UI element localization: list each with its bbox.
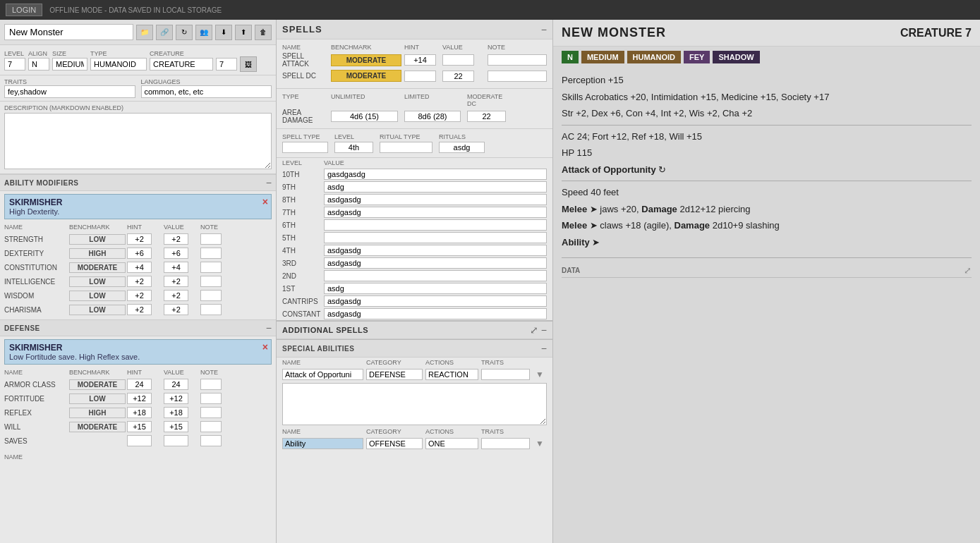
size-input[interactable] [52, 58, 87, 71]
defense-benchmark-0[interactable]: MODERATE [69, 379, 126, 390]
ability-benchmark-3[interactable]: LOW [69, 276, 126, 287]
ability-benchmark-5[interactable]: LOW [69, 305, 126, 315]
ability-note-0[interactable] [200, 233, 222, 245]
ability-modifiers-minimize[interactable]: − [266, 178, 272, 188]
spell-attack-note[interactable] [488, 54, 547, 66]
ability-value-0[interactable] [164, 233, 188, 245]
defense-value-2[interactable] [164, 407, 188, 418]
ability-benchmark-0[interactable]: LOW [69, 234, 126, 245]
level-input-7[interactable] [324, 257, 547, 269]
ability-benchmark-4[interactable]: LOW [69, 291, 126, 301]
icon-btn-refresh[interactable]: ↻ [176, 25, 193, 40]
ability-note-1[interactable] [200, 248, 222, 259]
spells-minimize[interactable]: − [541, 25, 547, 35]
ability-value-1[interactable] [164, 248, 188, 259]
defense-note-2[interactable] [200, 407, 222, 418]
icon-btn-folder[interactable]: 📁 [136, 25, 153, 40]
defense-minimize[interactable]: − [266, 323, 272, 333]
level-input-8[interactable] [324, 270, 547, 281]
creature-level-input[interactable] [216, 58, 237, 71]
limited-input[interactable] [404, 111, 461, 122]
skirmisher-close-2[interactable]: × [262, 341, 268, 353]
sa-desc-1[interactable] [282, 383, 547, 425]
defense-hint-3[interactable] [127, 421, 152, 432]
defense-value-3[interactable] [164, 421, 188, 432]
ability-benchmark-1[interactable]: HIGH [69, 248, 126, 259]
ability-value-2[interactable] [164, 262, 188, 273]
level-input-6[interactable] [324, 245, 547, 256]
ability-note-2[interactable] [200, 262, 222, 273]
level-input[interactable] [4, 58, 25, 71]
tag-humanoid[interactable]: HUMANOID [627, 51, 682, 63]
sa-expand-2[interactable]: ▼ [533, 439, 547, 449]
sa-actions-1[interactable] [425, 369, 478, 380]
sa-traits-1[interactable] [481, 369, 530, 380]
level-input-11[interactable] [324, 308, 547, 319]
ability-note-3[interactable] [200, 276, 222, 287]
icon-btn-link[interactable]: 🔗 [156, 25, 173, 40]
creature-icon-btn[interactable]: 🖼 [240, 56, 257, 72]
additional-spells-minimize[interactable]: − [541, 325, 547, 335]
spell-dc-benchmark[interactable]: MODERATE [331, 70, 401, 82]
tag-n[interactable]: N [562, 51, 579, 63]
special-abilities-minimize[interactable]: − [541, 343, 547, 353]
tag-medium[interactable]: MEDIUM [581, 51, 624, 63]
ability-hint-1[interactable] [127, 248, 152, 259]
languages-input[interactable] [141, 85, 272, 98]
defense-hint-2[interactable] [127, 407, 152, 418]
creature-input[interactable] [150, 58, 213, 71]
ability-note-5[interactable] [200, 304, 222, 315]
ability-hint-3[interactable] [127, 276, 152, 287]
defense-note-3[interactable] [200, 421, 222, 432]
sa-name-2[interactable] [282, 438, 363, 449]
icon-btn-users[interactable]: 👥 [195, 25, 212, 40]
ability-hint-4[interactable] [127, 290, 152, 301]
sa-traits-2[interactable] [481, 438, 530, 449]
ability-hint-0[interactable] [127, 233, 152, 245]
spell-attack-value[interactable] [442, 54, 474, 66]
skirmisher-close-1[interactable]: × [262, 196, 268, 207]
defense-note-4[interactable] [200, 435, 222, 446]
defense-value-0[interactable] [164, 379, 188, 390]
defense-hint-4[interactable] [127, 435, 152, 446]
level-input-9[interactable] [324, 283, 547, 294]
icon-btn-upload[interactable]: ⬆ [235, 25, 252, 40]
defense-benchmark-1[interactable]: LOW [69, 393, 126, 404]
align-input[interactable] [28, 58, 49, 71]
additional-spells-expand[interactable]: ⤢ [530, 325, 538, 335]
sa-category-2[interactable] [366, 438, 423, 449]
level-input-10[interactable] [324, 295, 547, 307]
spell-attack-benchmark[interactable]: MODERATE [331, 54, 401, 66]
defense-hint-0[interactable] [127, 379, 152, 390]
traits-input[interactable] [4, 85, 135, 98]
ability-value-4[interactable] [164, 290, 188, 301]
login-button[interactable]: LOGIN [6, 4, 42, 16]
tag-shadow[interactable]: SHADOW [713, 51, 759, 63]
spell-level-input[interactable] [334, 142, 373, 153]
icon-btn-delete[interactable]: 🗑 [255, 25, 272, 40]
level-input-5[interactable] [324, 232, 547, 243]
sa-actions-2[interactable] [425, 438, 478, 449]
sa-expand-1[interactable]: ▼ [533, 370, 547, 379]
defense-benchmark-3[interactable]: MODERATE [69, 422, 126, 432]
level-input-2[interactable] [324, 194, 547, 205]
defense-value-4[interactable] [164, 435, 188, 446]
tag-fey[interactable]: FEY [684, 51, 710, 63]
ability-hint-2[interactable] [127, 262, 152, 273]
description-textarea[interactable] [4, 113, 272, 169]
sa-category-1[interactable] [366, 369, 423, 380]
ability-note-4[interactable] [200, 290, 222, 301]
spell-type-input[interactable] [282, 142, 328, 153]
ability-benchmark-2[interactable]: MODERATE [69, 262, 126, 273]
ability-hint-5[interactable] [127, 304, 152, 315]
ritual-type-input[interactable] [380, 142, 432, 153]
data-expand-btn[interactable]: ⤢ [964, 265, 972, 276]
defense-benchmark-2[interactable]: HIGH [69, 408, 126, 418]
type-input[interactable] [90, 58, 147, 71]
level-input-1[interactable] [324, 181, 547, 193]
sa-name-1[interactable] [282, 369, 363, 380]
spell-dc-hint[interactable] [404, 71, 436, 82]
level-input-3[interactable] [324, 207, 547, 218]
unlimited-input[interactable] [331, 111, 398, 122]
ability-value-5[interactable] [164, 304, 188, 315]
